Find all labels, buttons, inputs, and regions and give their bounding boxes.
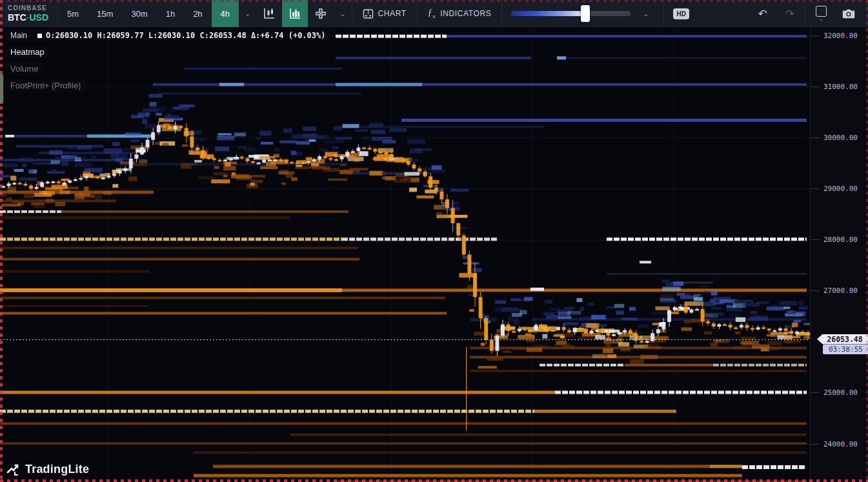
heatmap-chart-type-button[interactable] [282,0,308,27]
axis-tick-mark [811,137,820,138]
camera-icon [842,8,855,19]
axis-tick-30000: 30000.00 [811,133,868,142]
screenshot-button[interactable] [837,8,863,19]
axis-tick-label: 32000.00 [823,32,858,40]
axis-tick-25000: 25000.00 [811,388,868,397]
last-price-value: 26053.48 [823,335,862,344]
timeframe-5m[interactable]: 5m [58,0,88,27]
drawing-tools-button[interactable] [308,0,334,27]
countdown-value: 03:38:55 [829,345,863,354]
left-edge-green-tab[interactable] [0,74,3,104]
indicators-label: INDICATORS [440,9,491,18]
pair-base: BTC [8,12,26,23]
axis-tick-28000: 28000.00 [811,236,868,245]
toolbar-spacer [698,0,751,27]
axis-tick-label: 29000.00 [823,185,858,193]
hd-quality-button[interactable]: HD [673,8,689,19]
ohlc-readout: O:26030.10 H:26059.77 L:26030.10 C:26053… [33,30,330,41]
undo-button[interactable]: ↶ [751,7,775,21]
axis-tick-label: 30000.00 [823,134,858,142]
drawing-tools-chevron-icon[interactable]: ⌄ [334,0,351,27]
main-ohlc-row: Main O:26030.10 H:26059.77 L:26030.10 C:… [6,30,330,41]
axis-tick-mark [811,290,820,291]
intensity-slider-fill [511,11,585,16]
chart-area[interactable]: Main O:26030.10 H:26059.77 L:26030.10 C:… [0,27,810,482]
candle-countdown-tag: 03:38:55 [823,345,868,354]
intensity-options-chevron-icon[interactable]: ⌄ [637,10,654,18]
timeframe-30m[interactable]: 30m [122,0,156,27]
chart-menu-button[interactable]: CHART [352,0,417,27]
redo-button[interactable]: ↷ [778,7,802,21]
chart-menu-label: CHART [378,9,407,18]
timeframe-4h[interactable]: 4h [212,0,239,27]
legend-layers: HeatmapVolumeFootPrint+ (Profile) [6,46,330,92]
axis-tick-mark [811,392,820,393]
intensity-slider[interactable] [511,11,631,16]
layer-footprint-profile-[interactable]: FootPrint+ (Profile) [6,79,85,92]
chart-legend: Main O:26030.10 H:26059.77 L:26030.10 C:… [6,30,330,96]
heatmap-chart-icon [288,7,301,20]
axis-tick-29000: 29000.00 [811,184,868,193]
axis-tick-mark [811,188,820,189]
axis-tick-mark [811,444,820,445]
tradinglite-app: COINBASE BTC-USD 5m15m30m1h2h4h ⌄ [0,0,868,482]
layout-button[interactable]: ⌄ [808,6,834,21]
top-toolbar: COINBASE BTC-USD 5m15m30m1h2h4h ⌄ [0,0,868,27]
candlestick-chart-icon [263,7,276,20]
heatmap-intensity-slider-group: ⌄ [502,0,663,27]
axis-tick-label: 31000.00 [823,83,858,91]
axis-tick-label: 24000.00 [823,440,858,448]
chart-menu-icon [363,8,374,19]
main-pane-label[interactable]: Main [6,30,32,41]
last-price-tag: 26053.48 [817,334,868,345]
indicators-button[interactable]: ƒx INDICATORS [418,0,502,27]
axis-tick-label: 28000.00 [823,236,858,244]
tradinglite-logo-icon [6,463,21,476]
axis-tick-31000: 31000.00 [811,82,868,91]
exchange-label: COINBASE [8,5,48,12]
axis-tick-27000: 27000.00 [811,286,868,296]
layer-volume[interactable]: Volume [6,63,43,75]
axis-tick-mark [811,239,820,240]
tradinglite-watermark: TradingLite [6,463,89,476]
axis-tick-32000: 32000.00 [811,31,868,40]
candlestick-chart-type-button[interactable] [256,0,282,27]
intensity-slider-handle[interactable] [581,5,590,22]
axis-tick-mark [811,35,820,36]
axis-tick-mark [811,86,820,87]
timeframe-more-chevron-icon[interactable]: ⌄ [239,0,256,27]
ohlc-values: O:26030.10 H:26059.77 L:26030.10 C:26053… [46,31,325,40]
timeframe-group: 5m15m30m1h2h4h [58,0,239,27]
layer-heatmap[interactable]: Heatmap [6,46,49,58]
axis-tick-label: 25000.00 [823,388,858,397]
toolbar-divider [663,0,664,27]
toolbar-right-group: ↶ ↷ ⌄ [751,0,868,27]
pair-label: BTC-USD [8,12,48,23]
layout-chevron-icon: ⌄ [819,17,824,21]
fx-icon: ƒx [428,8,436,19]
drawing-tools-icon [314,7,327,20]
series-color-swatch [37,34,42,38]
symbol-selector[interactable]: COINBASE BTC-USD [0,0,57,27]
tradinglite-wordmark: TradingLite [25,463,89,476]
timeframe-15m[interactable]: 15m [88,0,122,27]
price-axis[interactable]: 26053.48 03:38:55 32000.0031000.0030000.… [810,27,868,482]
axis-tick-label: 27000.00 [823,286,858,295]
toolbar-divider [805,0,805,27]
timeframe-1h[interactable]: 1h [157,0,184,27]
pair-quote: USD [29,12,48,23]
axis-tick-24000: 24000.00 [811,439,868,448]
timeframe-2h[interactable]: 2h [184,0,211,27]
